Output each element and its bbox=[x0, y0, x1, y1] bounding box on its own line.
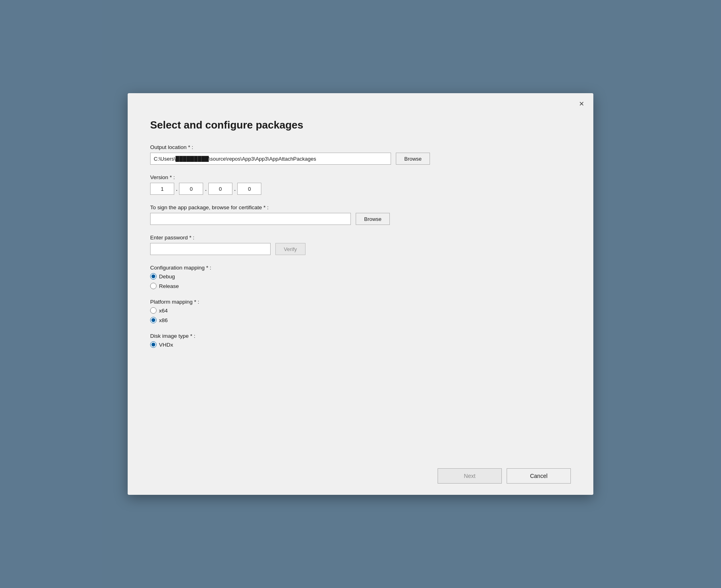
certificate-row: Browse bbox=[150, 213, 571, 225]
password-section: Enter password * : Verify bbox=[150, 235, 571, 255]
disk-image-type-section: Disk image type * : VHDx bbox=[150, 333, 571, 348]
dialog-overlay: ✕ Select and configure packages Output l… bbox=[0, 0, 721, 588]
dialog-content: Select and configure packages Output loc… bbox=[128, 112, 593, 460]
configuration-mapping-label: Configuration mapping * : bbox=[150, 265, 571, 271]
password-input[interactable] bbox=[150, 243, 271, 255]
platform-x64-radio[interactable] bbox=[150, 307, 157, 314]
certificate-browse-button[interactable]: Browse bbox=[356, 213, 390, 225]
output-location-input[interactable] bbox=[150, 153, 391, 165]
output-location-section: Output location * : Browse bbox=[150, 144, 571, 165]
password-label: Enter password * : bbox=[150, 235, 571, 241]
disk-image-type-label: Disk image type * : bbox=[150, 333, 571, 339]
certificate-label: To sign the app package, browse for cert… bbox=[150, 204, 571, 210]
certificate-section: To sign the app package, browse for cert… bbox=[150, 204, 571, 225]
config-debug-item[interactable]: Debug bbox=[150, 273, 571, 280]
disk-image-type-group: VHDx bbox=[150, 341, 571, 348]
output-location-row: Browse bbox=[150, 153, 571, 165]
platform-mapping-label: Platform mapping * : bbox=[150, 299, 571, 305]
version-sep-2: . bbox=[203, 185, 208, 192]
version-input-1[interactable] bbox=[150, 183, 174, 195]
version-section: Version * : . . . bbox=[150, 174, 571, 195]
disk-vhdx-item[interactable]: VHDx bbox=[150, 341, 571, 348]
configuration-mapping-group: Debug Release bbox=[150, 273, 571, 289]
platform-x64-label: x64 bbox=[159, 308, 168, 314]
certificate-input[interactable] bbox=[150, 213, 351, 225]
cancel-button[interactable]: Cancel bbox=[507, 468, 571, 484]
output-location-label: Output location * : bbox=[150, 144, 571, 150]
platform-x86-radio[interactable] bbox=[150, 317, 157, 323]
config-release-label: Release bbox=[159, 283, 179, 289]
dialog-title: Select and configure packages bbox=[150, 119, 571, 131]
close-button[interactable]: ✕ bbox=[576, 98, 587, 109]
dialog-footer: Next Cancel bbox=[128, 460, 593, 495]
output-location-browse-button[interactable]: Browse bbox=[396, 153, 430, 165]
config-release-item[interactable]: Release bbox=[150, 283, 571, 289]
config-release-radio[interactable] bbox=[150, 283, 157, 289]
version-row: . . . bbox=[150, 183, 571, 195]
disk-vhdx-label: VHDx bbox=[159, 342, 173, 348]
config-debug-label: Debug bbox=[159, 274, 175, 280]
version-sep-1: . bbox=[174, 185, 179, 192]
platform-mapping-section: Platform mapping * : x64 x86 bbox=[150, 299, 571, 323]
dialog-titlebar: ✕ bbox=[128, 93, 593, 112]
version-input-3[interactable] bbox=[208, 183, 232, 195]
platform-x64-item[interactable]: x64 bbox=[150, 307, 571, 314]
version-input-4[interactable] bbox=[237, 183, 261, 195]
version-input-2[interactable] bbox=[179, 183, 203, 195]
platform-x86-label: x86 bbox=[159, 317, 168, 323]
version-label: Version * : bbox=[150, 174, 571, 180]
disk-vhdx-radio[interactable] bbox=[150, 341, 157, 348]
platform-mapping-group: x64 x86 bbox=[150, 307, 571, 323]
password-row: Verify bbox=[150, 243, 571, 255]
dialog: ✕ Select and configure packages Output l… bbox=[128, 93, 593, 495]
verify-button[interactable]: Verify bbox=[275, 243, 306, 255]
next-button[interactable]: Next bbox=[438, 468, 502, 484]
version-sep-3: . bbox=[232, 185, 237, 192]
platform-x86-item[interactable]: x86 bbox=[150, 317, 571, 323]
config-debug-radio[interactable] bbox=[150, 273, 157, 280]
configuration-mapping-section: Configuration mapping * : Debug Release bbox=[150, 265, 571, 289]
